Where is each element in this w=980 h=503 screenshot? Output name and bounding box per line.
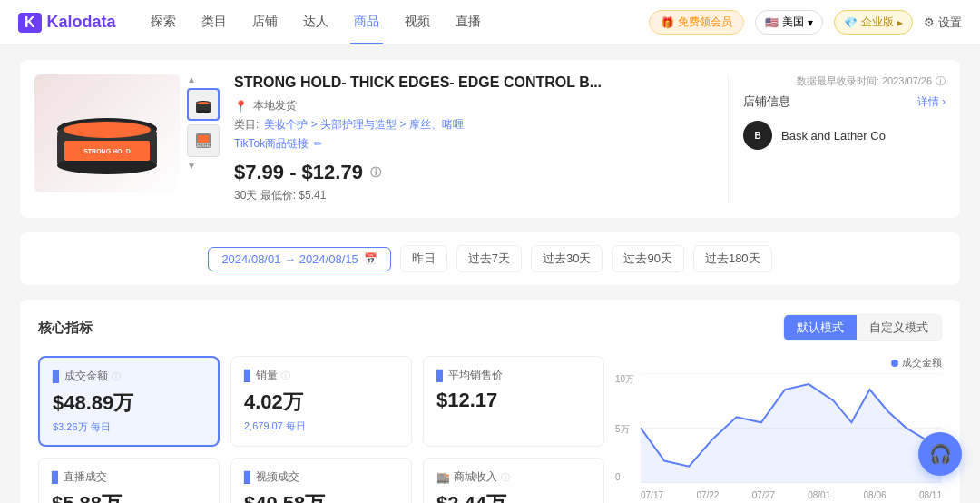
metric-avg-label: ▊ 平均销售价	[436, 368, 591, 383]
store-info-row: B Bask and Lather Co	[743, 121, 946, 150]
metric-sales-sub: 2,679.07 每日	[244, 419, 398, 433]
last90days-button[interactable]: 过去90天	[612, 245, 683, 272]
product-category-link[interactable]: 美妆个护 > 头部护理与造型 > 摩丝、啫喱	[264, 117, 463, 133]
chat-float-button[interactable]: 🎧	[918, 432, 962, 476]
last7days-button[interactable]: 过去7天	[456, 245, 522, 272]
tiktok-link-row: TikTok商品链接 ✏	[234, 136, 713, 152]
metric-card-sales: ▊ 销量 ⓘ 4.02万 2,679.07 每日	[230, 356, 412, 447]
price-info-icon: ⓘ	[370, 165, 381, 181]
product-low-price: 30天 最低价: $5.41	[234, 188, 713, 203]
mode-buttons: 默认模式 自定义模式	[783, 314, 942, 341]
nav-right: 🎁 免费领会员 🇺🇸 美国 ▾ 💎 企业版 ▸ ⚙ 设置	[649, 10, 962, 35]
nav-product[interactable]: 商品	[350, 1, 383, 44]
thumbnail-1[interactable]	[187, 88, 220, 121]
date-range-text: 2024/08/01 → 2024/08/15	[221, 252, 358, 266]
thumbnail-nav: ▲ EDGE ▼	[187, 74, 220, 171]
date-notice: 数据最早收录时间: 2023/07/26 ⓘ	[743, 74, 946, 88]
custom-mode-button[interactable]: 自定义模式	[857, 315, 941, 340]
svg-point-4	[64, 122, 151, 138]
nav-explore[interactable]: 探索	[147, 1, 180, 44]
main-content: STRONG HOLD ▲ EDGE	[9, 45, 971, 503]
metric-mall-label: 🏬 商城收入 ⓘ	[436, 469, 591, 485]
yesterday-button[interactable]: 昨日	[400, 245, 447, 272]
store-label: 店铺信息	[743, 94, 790, 110]
product-category-row: 类目: 美妆个护 > 头部护理与造型 > 摩丝、啫喱	[234, 117, 713, 133]
metric-card-video: ▊ 视频成交 $40.58万 $2.71万 每日	[230, 458, 412, 503]
logo-text: Kalodata	[47, 13, 116, 32]
location-icon: 📍	[234, 100, 248, 113]
info-icon: ⓘ	[936, 74, 946, 88]
bar-chart-icon-5: ▊	[244, 471, 252, 484]
chevron-right-icon: ▸	[897, 16, 903, 29]
last30days-button[interactable]: 过去30天	[531, 245, 603, 272]
svg-point-10	[197, 102, 210, 104]
enterprise-button[interactable]: 💎 企业版 ▸	[834, 10, 913, 35]
headset-icon: 🎧	[929, 443, 952, 465]
legend-dot	[891, 360, 898, 367]
product-price: $7.99 - $12.79	[234, 161, 363, 184]
logo[interactable]: K Kalodata	[18, 13, 116, 33]
metric-live-label: ▊ 直播成交	[52, 469, 206, 485]
info-icon-3: ⓘ	[501, 471, 510, 484]
gift-icon: 🎁	[661, 16, 674, 29]
metric-card-gmv: ▊ 成交金额 ⓘ $48.89万 $3.26万 每日	[38, 356, 220, 447]
product-card: STRONG HOLD ▲ EDGE	[20, 60, 960, 218]
date-range-button[interactable]: 2024/08/01 → 2024/08/15 📅	[208, 247, 390, 271]
product-price-row: $7.99 - $12.79 ⓘ	[234, 161, 713, 184]
store-detail-link[interactable]: 详情 ›	[917, 94, 946, 110]
metrics-section: 核心指标 默认模式 自定义模式 ▊ 成交金额 ⓘ $48.89万 $3.26万 …	[20, 300, 960, 503]
nav-talent[interactable]: 达人	[299, 1, 332, 44]
thumb-down-icon[interactable]: ▼	[187, 161, 220, 171]
nav-store[interactable]: 店铺	[249, 1, 281, 44]
nav-category[interactable]: 类目	[198, 1, 230, 44]
store-header: 店铺信息 详情 ›	[743, 94, 946, 110]
metric-gmv-label: ▊ 成交金额 ⓘ	[53, 369, 205, 384]
chart-area: 10万 5万 0 07/17	[615, 373, 942, 500]
thumbnail-2[interactable]: EDGE	[187, 124, 220, 157]
bar-chart-icon-2: ▊	[244, 370, 252, 382]
product-image-area: STRONG HOLD ▲ EDGE	[34, 74, 220, 203]
thumb-up-icon[interactable]: ▲	[187, 74, 220, 84]
edit-icon: ✏	[314, 138, 322, 150]
main-nav: 探索 类目 店铺 达人 商品 视频 直播	[147, 1, 485, 44]
info-icon-2: ⓘ	[281, 370, 290, 382]
chevron-down-icon: ▾	[808, 16, 813, 29]
product-origin-row: 📍 本地发货	[234, 98, 713, 113]
svg-point-9	[196, 110, 211, 113]
chart-svg	[641, 373, 942, 483]
free-member-button[interactable]: 🎁 免费领会员	[649, 10, 744, 35]
info-icon: ⓘ	[112, 370, 121, 383]
metrics-content: ▊ 成交金额 ⓘ $48.89万 $3.26万 每日 ▊ 销量 ⓘ 4.02万 …	[38, 356, 942, 503]
flag-icon: 🇺🇸	[765, 16, 779, 29]
metric-sales-label: ▊ 销量 ⓘ	[244, 368, 398, 383]
product-main-image: STRONG HOLD	[34, 74, 180, 192]
product-info: STRONG HOLD- THICK EDGES- EDGE CONTROL B…	[234, 74, 713, 203]
metrics-header: 核心指标 默认模式 自定义模式	[38, 314, 942, 341]
bar-chart-icon: ▊	[53, 370, 61, 383]
store-avatar: B	[743, 121, 772, 150]
nav-video[interactable]: 视频	[401, 1, 434, 44]
bar-chart-icon-4: ▊	[52, 471, 60, 484]
category-label: 类目:	[234, 117, 259, 133]
top-navbar: K Kalodata 探索 类目 店铺 达人 商品 视频 直播 🎁 免费领会员 …	[0, 0, 980, 45]
nav-live[interactable]: 直播	[452, 1, 485, 44]
metric-sales-value: 4.02万	[244, 389, 398, 416]
default-mode-button[interactable]: 默认模式	[784, 315, 857, 340]
chevron-right-icon: ›	[942, 95, 946, 108]
diamond-icon: 💎	[844, 16, 858, 29]
store-panel: 数据最早收录时间: 2023/07/26 ⓘ 店铺信息 详情 › B Bask …	[728, 74, 946, 203]
metric-video-value: $40.58万	[244, 490, 398, 503]
tiktok-product-link[interactable]: TikTok商品链接	[234, 136, 309, 152]
metric-video-label: ▊ 视频成交	[244, 469, 398, 485]
metric-gmv-sub: $3.26万 每日	[53, 420, 205, 434]
last180days-button[interactable]: 过去180天	[693, 245, 772, 272]
svg-rect-12	[198, 135, 209, 143]
gear-icon: ⚙	[924, 15, 935, 29]
product-title: STRONG HOLD- THICK EDGES- EDGE CONTROL B…	[234, 74, 713, 91]
chart-legend: 成交金额	[615, 356, 942, 370]
chart-container: 成交金额 10万 5万 0	[615, 356, 942, 503]
chart-yaxis: 10万 5万 0	[615, 373, 638, 482]
settings-button[interactable]: ⚙ 设置	[924, 15, 962, 31]
region-button[interactable]: 🇺🇸 美国 ▾	[755, 10, 823, 35]
metric-card-mall: 🏬 商城收入 ⓘ $2.44万 $1,623.69 每日	[423, 458, 604, 503]
